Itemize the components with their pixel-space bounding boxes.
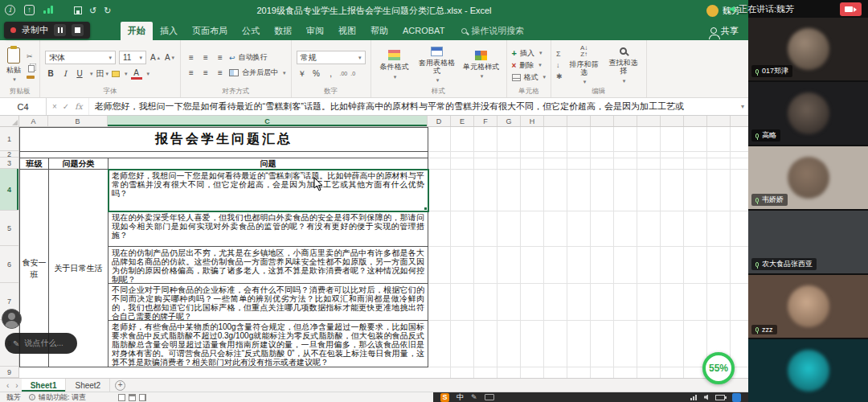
enter-icon[interactable]: ✓ — [63, 102, 69, 111]
fill-color-icon[interactable] — [112, 71, 120, 77]
align-top-icon[interactable]: ≡ — [186, 51, 197, 64]
column-header-g[interactable]: G — [497, 116, 521, 126]
save-icon[interactable] — [74, 6, 82, 14]
normal-view-icon[interactable] — [118, 394, 125, 401]
fill-icon[interactable]: ↓ — [556, 61, 563, 69]
header-cell-class[interactable]: 班级 — [20, 158, 49, 170]
font-size-combo[interactable]: 11▾ — [119, 51, 146, 64]
ime-sogou-icon[interactable]: S — [440, 393, 449, 402]
participant-tile[interactable]: 高略 — [748, 82, 868, 145]
align-bottom-icon[interactable]: ≡ — [215, 51, 226, 64]
column-header-f[interactable]: F — [474, 116, 497, 126]
column-header-b[interactable]: B — [48, 116, 108, 126]
tab-view[interactable]: 视图 — [331, 22, 363, 40]
column-header-h[interactable]: H — [521, 116, 544, 126]
share-button[interactable]: 共享 — [710, 25, 739, 37]
percent-icon[interactable]: % — [311, 68, 322, 80]
fill-handle[interactable] — [424, 207, 428, 211]
undo-icon[interactable]: ↺ — [89, 6, 96, 15]
sort-filter-button[interactable]: A↓Z↑ 排序和筛选▾ — [567, 45, 602, 86]
cell-c7[interactable]: 不同企业对于同种食品的企业标准，会有什么不同吗？消费者可以比对后，根据它们的不同… — [108, 284, 428, 321]
align-right-icon[interactable]: ≡ — [215, 67, 226, 79]
sheet-tab-sheet2[interactable]: Sheet2 — [66, 379, 110, 392]
group-label-clipboard[interactable]: 剪贴板 — [0, 87, 39, 96]
floating-member-avatar[interactable] — [2, 309, 22, 329]
group-label-styles[interactable]: 样式 — [371, 87, 506, 96]
insert-cells-button[interactable]: + 插入▾ — [512, 48, 547, 59]
wrap-text-button[interactable]: 自动换行 — [239, 52, 268, 63]
row-header-4[interactable]: 4 — [0, 169, 18, 211]
row-header-6[interactable]: 6 — [0, 246, 18, 283]
sheet-area[interactable]: 报告会学生问题汇总 班级 问题分类 问题 食安一班 关于日常生活 老师您好，我想… — [19, 127, 748, 378]
column-header-e[interactable]: E — [451, 116, 474, 126]
italic-button[interactable]: I — [59, 68, 71, 80]
number-format-combo[interactable]: 常规▾ — [297, 51, 366, 64]
cell-c4-selected[interactable]: 老师您好，我想问一下您是如何看待最近的“雪糕刺客”话题。比如钟薛高中的原材料与平… — [108, 170, 428, 211]
format-cells-button[interactable]: 格式▾ — [512, 72, 547, 83]
name-box[interactable]: C4 — [0, 98, 47, 115]
comma-icon[interactable]: , — [326, 68, 337, 80]
stop-recording-button[interactable] — [72, 24, 84, 36]
participant-tile[interactable]: 农大食品张西亚 — [748, 211, 868, 273]
ime-pen-icon[interactable]: ✎ — [471, 393, 477, 401]
sheet-tab-sheet1[interactable]: Sheet1 — [22, 379, 67, 392]
tray-app-icon[interactable] — [732, 393, 741, 402]
volume-icon[interactable] — [704, 395, 708, 400]
tab-acrobat[interactable]: ACROBAT — [395, 23, 452, 39]
format-as-table-button[interactable]: 套用表格格式▾ — [417, 47, 457, 84]
page-break-view-icon[interactable] — [139, 394, 146, 401]
tab-review[interactable]: 审阅 — [299, 22, 331, 40]
insert-function-icon[interactable]: fx — [75, 102, 82, 111]
tell-me-search[interactable]: 操作说明搜索 — [461, 25, 524, 37]
bold-button[interactable]: B — [45, 68, 56, 80]
table-title-cell[interactable]: 报告会学生问题汇总 — [20, 128, 428, 152]
group-label-editing[interactable]: 编辑 — [551, 87, 646, 96]
font-color-icon[interactable]: A — [131, 68, 142, 80]
tab-page-layout[interactable]: 页面布局 — [185, 22, 235, 40]
ime-language-indicator[interactable]: 中 — [457, 392, 464, 402]
share-screen-icon[interactable]: ↑ — [24, 5, 35, 15]
accounting-format-icon[interactable]: ￥ — [297, 68, 308, 80]
grow-font-button[interactable]: A▴ — [149, 51, 161, 64]
group-label-cells[interactable]: 单元格 — [507, 87, 551, 96]
cell-styles-button[interactable]: 单元格样式▾ — [461, 51, 502, 80]
tab-formulas[interactable]: 公式 — [235, 22, 267, 40]
participant-tile[interactable]: 韦娇娇 — [748, 146, 868, 209]
end-meeting-button[interactable] — [840, 2, 862, 16]
align-left-icon[interactable]: ≡ — [186, 67, 197, 79]
cut-icon[interactable]: ✂ — [27, 52, 35, 60]
increase-decimal-icon[interactable]: .00 — [340, 71, 348, 76]
expand-formula-bar-icon[interactable]: ▾ — [737, 98, 748, 115]
tab-insert[interactable]: 插入 — [153, 22, 185, 40]
tab-home[interactable]: 开始 — [121, 22, 153, 40]
formula-input[interactable]: 老师您好，我想问一下您是如何看待最近的“雪糕刺客”话题。比如钟薛高中的原材料与平… — [89, 98, 737, 115]
network-icon[interactable] — [690, 395, 697, 400]
underline-button[interactable]: U — [74, 68, 85, 80]
group-label-font[interactable]: 字体 — [40, 87, 180, 96]
cell-c5[interactable]: 现在的外卖深受年轻人喜爱，但我们也都明白外卖食品的安全是得不到保障的，那请问现如… — [108, 211, 428, 247]
paste-button[interactable]: 粘贴▾ — [5, 47, 23, 83]
redo-icon[interactable]: ↻ — [104, 6, 111, 15]
conditional-formatting-button[interactable]: 条件格式▾ — [376, 50, 413, 80]
find-select-button[interactable]: 查找和选择▾ — [606, 46, 641, 84]
sheet-nav-right-icon[interactable]: › — [12, 379, 21, 392]
merge-center-button[interactable]: 合并后居中 — [242, 68, 278, 78]
cell-c6[interactable]: 现在的仿制产品仍层出不穷，尤其是在乡镇地区，小商店里卖的产品中有许多都是各大品牌… — [108, 247, 428, 284]
pause-recording-button[interactable] — [54, 24, 66, 36]
battery-optimizer-badge[interactable]: 55% — [702, 352, 735, 384]
row-header-2[interactable]: 2 — [0, 151, 18, 158]
column-header-d[interactable]: D — [428, 116, 451, 126]
row-header-9[interactable]: 9 — [0, 367, 18, 378]
row-header-1[interactable]: 1 — [0, 127, 18, 151]
delete-cells-button[interactable]: × 删除▾ — [512, 60, 547, 71]
align-center-icon[interactable]: ≡ — [200, 67, 211, 79]
header-cell-question[interactable]: 问题 — [108, 158, 428, 170]
column-header-c[interactable]: C — [108, 116, 428, 126]
tab-help[interactable]: 帮助 — [363, 22, 395, 40]
copy-icon[interactable] — [28, 65, 35, 72]
header-cell-category[interactable]: 问题分类 — [49, 158, 108, 170]
participant-tile[interactable] — [748, 339, 868, 402]
cancel-icon[interactable]: × — [52, 102, 57, 111]
autosum-icon[interactable]: Σ — [556, 50, 563, 58]
participant-tile[interactable]: 017郑津 — [748, 18, 868, 80]
